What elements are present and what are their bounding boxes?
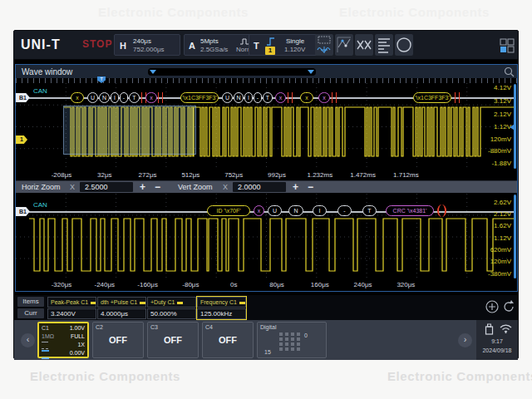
decode-icon [355,34,373,56]
circle-icon [395,34,413,56]
measure-item-name[interactable]: dth +Pulse C1 [97,297,146,308]
run-state-indicator[interactable]: STOP [82,38,112,50]
channel-3-box[interactable]: C3 OFF [147,322,199,358]
usb-icon [485,323,494,335]
voltage-label: -1.88V [491,160,511,167]
waveform-window-zoom[interactable]: B1 CAN ID '\x70F'xUNI-TCRC '\x4381' 2.62… [16,194,517,280]
time-label: 0s [230,281,237,288]
decode-bubble: CRC '\x4381' [386,205,434,216]
decode-bubble: U [268,205,282,216]
channel-color-dash-icon [140,302,145,304]
digital-channel-square [291,337,294,341]
add-measurement-button[interactable] [485,299,500,314]
digital-channel-square [285,347,288,351]
measure-item-name[interactable]: Peak-Peak C1 [47,297,96,308]
wave-window-tool-button[interactable] [315,34,333,56]
dial-tool-button[interactable] [395,34,413,56]
expand-right-button[interactable]: › [458,333,472,347]
photo-background: Electronic Components Electronic Compone… [0,0,532,399]
c3-state: OFF [148,335,198,345]
horiz-zoom-plus-button[interactable]: + [140,181,145,193]
decode-bubble: I [244,92,253,103]
digital-channel-square [279,342,283,346]
horizontal-scrollbar[interactable] [148,68,316,76]
vert-zoom-x: X [223,183,228,191]
collapse-left-button[interactable]: ‹ [21,333,35,347]
decode-error-mark [332,92,337,103]
channel-color-dash-icon [239,302,245,304]
xy-tool-button[interactable] [335,34,353,56]
digital-channel-square [297,342,300,346]
time-label: 80μs [269,281,284,288]
vert-zoom-minus-button[interactable]: − [308,181,313,193]
channel-bar: ‹ C11.00V 1MΩFULL 1X 0.00V C2 OFF C3 [14,320,518,360]
system-info-box: 9:17 2024/09/18 [476,320,518,360]
digital-channel-square [291,332,294,336]
channel-2-box[interactable]: C2 OFF [92,322,144,358]
trigger-label: T [254,41,259,51]
measure-item-value[interactable]: 4.0000μs [97,308,146,319]
brand-logo: UNI-T [21,37,61,52]
measure-item-value[interactable]: 3.2400V [47,308,96,319]
refresh-measurement-button[interactable] [501,299,516,314]
measure-item-value[interactable]: 50.000% [147,308,196,319]
acquire-label: A [189,41,195,51]
time-label: 1.712ms [393,171,419,179]
horizontal-settings[interactable]: H 240μs 752.000μs [114,34,180,56]
vert-zoom-plus-button[interactable]: + [293,181,298,193]
decode-bubble: T [129,92,140,103]
voltage-label: 2.12V [494,111,511,118]
offset-icon [42,350,49,359]
list-tool-button[interactable] [375,34,393,56]
digital-first-index: 0 [304,332,308,338]
time-label: 1.232ms [307,171,332,179]
waveform-window-main[interactable]: B1 CAN xUNI-Tx'\x1C3FF3F3'UNI-Txxx'\x1C3… [16,83,517,170]
date: 2024/09/18 [476,347,518,353]
decode-bubble: x [71,92,84,103]
watermark-bottom-right: Electronic Components [387,369,532,383]
measure-name-text: +Duty C1 [150,299,175,305]
decode-bubble: N [288,205,303,216]
vertical-scroll-thumb-zoom[interactable] [514,195,516,278]
voltage-label: 2.62V [494,199,511,206]
measure-item-value[interactable]: 125.00kHz [197,308,246,319]
vertical-scroll-thumb-main[interactable] [514,84,516,169]
c3-name: C3 [150,324,158,330]
zoom-selection-rect[interactable] [63,106,196,155]
decode-bubble: T [263,92,273,103]
wifi-icon [500,323,512,333]
horiz-zoom-value[interactable]: 2.5000 [80,182,133,192]
measure-item-name[interactable]: +Duty C1 [147,297,196,308]
digital-channel-square [297,347,300,351]
trigger-level: 1.120V [284,46,305,53]
horiz-zoom-minus-button[interactable]: − [155,181,160,193]
channel-1-box[interactable]: C11.00V 1MΩFULL 1X 0.00V [37,322,89,358]
measure-name-text: Peak-Peak C1 [51,299,88,305]
search-icon[interactable] [504,66,515,77]
c1-offset: 0.00V [70,350,85,356]
scrollbar-right-handle[interactable] [308,70,314,74]
decode-bubble: I [111,92,119,103]
watermark-top-right: Electronic Components [339,5,490,19]
xy-plot-icon [335,34,353,56]
time-label: 320μs [397,281,415,288]
measure-item-name[interactable]: Frequency C1 [197,297,246,308]
watermark-bottom-left: Electronic Components [30,369,180,383]
display-layout-button[interactable] [500,38,515,53]
scrollbar-left-handle[interactable] [150,70,156,74]
wave-window-title: Wave window [22,67,72,76]
decode-bubble: U [87,92,98,103]
time-label: 160μs [311,281,329,288]
vert-zoom-value[interactable]: 2.0000 [233,182,286,192]
digital-channel-square [279,347,283,351]
time-label: 240μs [354,281,372,288]
voltage-label: 120mV [490,135,511,143]
decode-bubble: N [234,92,244,103]
digital-channels-box[interactable]: Digital 0 15 [257,322,327,358]
channel-4-box[interactable]: C4 OFF [202,322,254,358]
c1-name: C1 [42,325,49,331]
voltage-label: -880mV [488,147,511,155]
protocol-label: CAN [33,201,47,209]
sample-rate: 2.5GSa/s [200,46,228,53]
decode-tool-button[interactable] [355,34,373,56]
